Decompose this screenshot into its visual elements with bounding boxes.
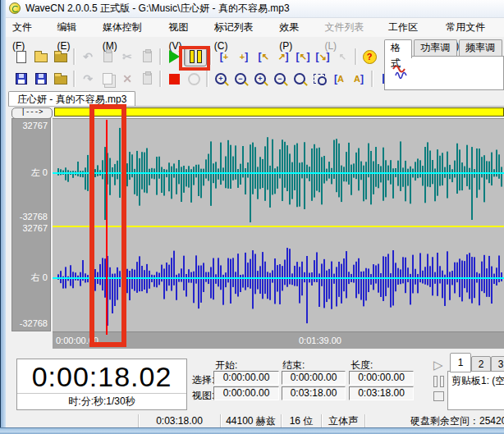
status-segment-5: 硬盘剩余空间：25420 bbox=[365, 414, 504, 427]
zoom-to-start-icon: [A bbox=[334, 74, 344, 84]
ruler-left-bottom: -32768 bbox=[20, 212, 48, 222]
zoom-selection-button[interactable] bbox=[309, 69, 329, 89]
menu-item-0[interactable]: 文件(F) bbox=[6, 18, 51, 37]
clipboard-tab-2[interactable]: 2 bbox=[471, 356, 491, 372]
help-icon: ? bbox=[363, 50, 377, 64]
toolbar-separator bbox=[355, 48, 357, 65]
side-tab-1[interactable]: 功率调节 bbox=[414, 39, 457, 57]
amplitude-ruler: 32767 左 0 -32768 32767 右 0 -32768 bbox=[11, 118, 51, 331]
annotation-rect-wave bbox=[89, 104, 126, 347]
select-none-button[interactable]: ↖ bbox=[332, 47, 352, 66]
cursor-to-selection-end-button[interactable]: ↗] bbox=[273, 47, 293, 66]
clipboard-status-label: 剪贴板1: (空) bbox=[451, 374, 504, 388]
zoom-in-vertical-icon: + bbox=[215, 73, 227, 85]
menu-item-4[interactable]: 标记列表(C) bbox=[208, 18, 273, 37]
side-panel: 格式功率调节频率调节 bbox=[384, 39, 504, 90]
time-ruler-mid: 0:01:39.00 bbox=[299, 336, 341, 345]
toolbar-row-2: ↷✕+−+−[AA] bbox=[11, 68, 396, 89]
paste-insert-button[interactable] bbox=[137, 69, 157, 89]
selection-end-field: 0:00:00.00 bbox=[282, 371, 346, 385]
status-segment-0 bbox=[6, 414, 139, 427]
ruler-left-zero: 左 0 bbox=[31, 167, 48, 179]
row-label-view: 视图: bbox=[192, 389, 214, 403]
annotation-rect-pause bbox=[179, 46, 210, 71]
toolbar-separator bbox=[371, 71, 373, 87]
paste-new-button[interactable] bbox=[137, 47, 157, 66]
toolbar-separator bbox=[206, 71, 208, 87]
select-to-end-icon: +] bbox=[240, 52, 248, 62]
select-view-button[interactable]: [↖] bbox=[293, 47, 313, 66]
select-all-button[interactable]: [↘] bbox=[313, 47, 332, 66]
zoom-normal-icon bbox=[294, 73, 305, 85]
wavecn-window: WaveCN 2.0.0.5 正式版 - G:\Music\庄心妍 - 真的不容… bbox=[0, 0, 504, 434]
zoom-in-horizontal-button[interactable]: + bbox=[250, 69, 270, 89]
delete-button[interactable]: ✕ bbox=[117, 69, 137, 89]
open-file-button[interactable] bbox=[31, 47, 51, 66]
zoom-out-horizontal-button[interactable]: − bbox=[270, 69, 290, 89]
menu-item-2[interactable]: 媒体控制(M) bbox=[96, 18, 163, 37]
time-display-box: 0:00:18.02 时:分:秒:1/30秒 bbox=[16, 359, 187, 410]
side-tab-0[interactable]: 格式 bbox=[384, 39, 412, 58]
zoom-normal-button[interactable] bbox=[290, 69, 309, 89]
stop-button[interactable] bbox=[164, 69, 184, 89]
view-length-field: 0:03:18.00 bbox=[349, 386, 414, 400]
new-file-button[interactable] bbox=[11, 47, 31, 66]
cut-button[interactable]: ✂ bbox=[117, 47, 137, 66]
app-icon bbox=[9, 2, 21, 14]
stop-indicator-icon[interactable] bbox=[433, 391, 444, 401]
menu-item-5[interactable]: 效果(P) bbox=[273, 18, 318, 37]
menu-item-6: 文件列表(L) bbox=[318, 18, 381, 37]
new-file-icon bbox=[16, 51, 26, 63]
save-selection-button[interactable] bbox=[51, 69, 71, 89]
menu-item-1[interactable]: 编辑(E) bbox=[51, 18, 96, 37]
save-as-button[interactable] bbox=[31, 69, 51, 89]
save-file-button[interactable] bbox=[11, 69, 31, 89]
save-file-icon bbox=[16, 73, 27, 85]
status-segment-2: 44100 赫兹 bbox=[221, 414, 282, 427]
ruler-right-bottom: -32768 bbox=[20, 318, 48, 328]
clipboard-tab-3[interactable]: 3 bbox=[491, 356, 504, 372]
redo-button[interactable]: ↷ bbox=[78, 69, 98, 89]
save-as-icon bbox=[35, 73, 47, 85]
menu-item-3[interactable]: 视图(V) bbox=[163, 18, 208, 37]
toolbar-separator bbox=[73, 48, 76, 65]
open-folder-button[interactable] bbox=[51, 47, 71, 66]
play-icon bbox=[169, 50, 180, 63]
cursor-to-selection-start-button[interactable]: [↖ bbox=[254, 47, 273, 66]
zoom-in-vertical-button[interactable]: + bbox=[211, 69, 231, 89]
clipboard-tab-1[interactable]: 1 bbox=[450, 353, 471, 372]
copy-button[interactable] bbox=[98, 69, 117, 89]
cut-icon: ✂ bbox=[122, 51, 132, 62]
select-to-start-button[interactable]: [+ bbox=[214, 47, 234, 66]
zoom-to-end-icon: A] bbox=[354, 74, 364, 84]
ruler-right-top: 32767 bbox=[22, 223, 48, 233]
zoom-out-horizontal-icon: − bbox=[274, 73, 286, 85]
select-to-start-icon: [+ bbox=[220, 52, 228, 62]
clipboard-panel: 剪贴板1: (空) bbox=[447, 371, 504, 410]
open-folder-icon bbox=[54, 53, 67, 62]
menu-item-7[interactable]: 工作区(W) bbox=[382, 18, 439, 37]
menu-item-8[interactable]: 常用文件(A) bbox=[439, 18, 504, 37]
zoom-to-end-button[interactable]: A] bbox=[349, 69, 369, 89]
select-to-end-button[interactable]: +] bbox=[234, 47, 254, 66]
redo-icon: ↷ bbox=[83, 73, 93, 85]
record-button[interactable] bbox=[184, 69, 204, 89]
zoom-out-vertical-button[interactable]: − bbox=[231, 69, 250, 89]
window-border-bottom bbox=[0, 427, 504, 434]
ruler-left-top: 32767 bbox=[22, 121, 48, 130]
zoom-to-start-button[interactable]: [A bbox=[329, 69, 349, 89]
window-border-left bbox=[0, 0, 6, 434]
current-time-display: 0:00:18.02 bbox=[17, 361, 186, 393]
side-tab-2[interactable]: 频率调节 bbox=[459, 39, 502, 57]
play-indicator-icon[interactable]: ▷ bbox=[433, 359, 450, 371]
paste-mix-button[interactable] bbox=[98, 47, 117, 66]
paste-mix-icon bbox=[103, 51, 112, 62]
toolbar-separator bbox=[159, 48, 162, 65]
goto-button[interactable]: |---> bbox=[11, 107, 53, 119]
help-button[interactable]: ? bbox=[360, 47, 379, 66]
undo-button[interactable]: ↶ bbox=[78, 47, 98, 66]
copy-icon bbox=[103, 73, 112, 85]
stop-icon bbox=[169, 74, 180, 85]
zoom-out-vertical-icon: − bbox=[235, 73, 246, 85]
zoom-in-horizontal-icon: + bbox=[254, 73, 266, 85]
